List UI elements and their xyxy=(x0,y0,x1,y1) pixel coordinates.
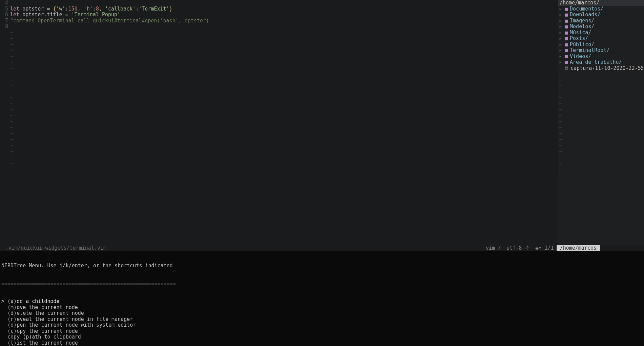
empty-line-tilde: ~ xyxy=(10,107,558,113)
tree-file[interactable]: ⧉captura-11-10-2020-22-55-3 xyxy=(559,65,643,72)
folder-name: TerminalRoot/ xyxy=(570,47,609,53)
empty-line-tilde: ~ xyxy=(558,95,644,101)
empty-line-tilde: ~ xyxy=(10,137,558,143)
folder-name: Imagens/ xyxy=(570,18,594,24)
chevron-right-icon: ▸ xyxy=(559,42,562,47)
chevron-right-icon: ▸ xyxy=(559,18,562,24)
empty-line-tilde: ~ xyxy=(10,83,558,89)
empty-line-tilde: ~ xyxy=(558,77,644,83)
menu-item[interactable]: (m)ove the current node xyxy=(1,305,643,311)
menu-item[interactable]: (o)pen the current node with system edit… xyxy=(1,322,643,328)
file-icon: ⧉ xyxy=(565,65,568,71)
tree-folder[interactable]: ▸■Modelos/ xyxy=(559,24,643,30)
editor-pane[interactable]: 45678 let optster = {'w':150, 'h':8, 'ca… xyxy=(0,0,558,245)
nerdtree-sidebar[interactable]: /home/marcos/ ▸■Documentos/▸■Downloads/▸… xyxy=(558,0,644,245)
empty-line-tilde: ~ xyxy=(10,149,558,155)
filetype-icon: ⚡ xyxy=(498,245,501,251)
folder-icon: ■ xyxy=(565,47,568,53)
empty-line-tilde: ~ xyxy=(10,113,558,119)
empty-line-tilde: ~ xyxy=(10,125,558,131)
status-filepath: .vim/quickui-widgets/terminal.vim xyxy=(3,245,109,251)
folder-icon: ■ xyxy=(565,54,568,59)
empty-line-tilde: ~ xyxy=(558,113,644,119)
empty-line-tilde: ~ xyxy=(558,83,644,89)
nerdtree-menu-title: NERDTree Menu. Use j/k/enter, or the sho… xyxy=(1,263,643,269)
folder-name: Posts/ xyxy=(570,36,588,41)
tree-folder[interactable]: ▸■Imagens/ xyxy=(559,18,643,24)
empty-line-tilde: ~ xyxy=(558,142,644,149)
chevron-right-icon: ▸ xyxy=(559,54,562,59)
chevron-right-icon: ▸ xyxy=(559,24,562,30)
code-area[interactable]: let optster = {'w':150, 'h':8, 'callback… xyxy=(9,0,558,245)
status-nerdtree-path: /home/marcos xyxy=(557,245,600,251)
empty-line-tilde: ~ xyxy=(558,160,644,167)
empty-line-tilde: ~ xyxy=(558,149,644,155)
tree-folder[interactable]: ▸■TerminalRoot/ xyxy=(559,47,643,54)
line-number: 8 xyxy=(0,24,8,30)
folder-name: Documentos/ xyxy=(570,6,603,12)
empty-line-tilde: ~ xyxy=(558,89,644,95)
chevron-right-icon: ▸ xyxy=(559,47,562,53)
command-pane[interactable]: NERDTree Menu. Use j/k/enter, or the sho… xyxy=(0,251,644,346)
folder-icon: ■ xyxy=(565,18,568,24)
menu-item[interactable]: (r)eveal the current node in file manage… xyxy=(1,316,643,323)
empty-line-tilde: ~ xyxy=(558,166,644,172)
position-icon: ◉↕ xyxy=(535,245,541,251)
folder-icon: ■ xyxy=(565,30,568,36)
folder-name: Público/ xyxy=(570,42,594,47)
tree-folder[interactable]: ▸■Downloads/ xyxy=(559,12,643,18)
line-number: 5 xyxy=(0,6,8,12)
folder-icon: ■ xyxy=(565,12,568,18)
folder-icon: ■ xyxy=(565,24,568,30)
file-name: captura-11-10-2020-22-55-3 xyxy=(570,65,643,71)
folder-icon: ■ xyxy=(565,59,568,65)
line-number: 4 xyxy=(0,0,8,6)
status-encoding: utf-8 ⏃ xyxy=(504,245,533,251)
encoding-icon: ⏃ xyxy=(525,245,530,251)
status-filetype: vim ⚡ xyxy=(483,245,504,251)
menu-item[interactable]: (d)elete the current node xyxy=(1,310,643,316)
tree-folder[interactable]: ▸■Vídeos/ xyxy=(559,54,643,60)
code-line[interactable] xyxy=(10,0,558,6)
chevron-right-icon: ▸ xyxy=(559,59,562,65)
empty-line-tilde: ~ xyxy=(10,77,558,83)
chevron-right-icon: ▸ xyxy=(559,12,562,18)
status-position: ◉↕ 1/1 xyxy=(533,245,556,251)
folder-name: Modelos/ xyxy=(570,24,594,30)
folder-name: Música/ xyxy=(570,30,591,36)
empty-line-tilde: ~ xyxy=(10,30,558,36)
code-line[interactable] xyxy=(10,24,558,30)
tree-folder[interactable]: ▸■Área de trabalho/ xyxy=(559,59,643,65)
chevron-right-icon: ▸ xyxy=(559,30,562,36)
empty-line-tilde: ~ xyxy=(10,54,558,60)
empty-line-tilde: ~ xyxy=(558,71,644,77)
empty-line-tilde: ~ xyxy=(10,142,558,149)
line-number-gutter: 45678 xyxy=(0,0,9,245)
folder-name: Área de trabalho/ xyxy=(570,59,622,65)
empty-line-tilde: ~ xyxy=(10,166,558,172)
tree-folder[interactable]: ▸■Público/ xyxy=(559,42,643,48)
folder-icon: ■ xyxy=(565,6,568,12)
tree-folder[interactable]: ▸■Música/ xyxy=(559,30,643,36)
empty-line-tilde: ~ xyxy=(10,71,558,77)
empty-line-tilde: ~ xyxy=(10,59,558,65)
spacer xyxy=(559,65,562,71)
code-line[interactable]: "command OpenTerminal call quickui#termi… xyxy=(10,18,558,24)
chevron-right-icon: ▸ xyxy=(559,6,562,12)
line-number: 6 xyxy=(0,12,8,18)
menu-item[interactable]: > (a)dd a childnode xyxy=(1,299,643,305)
code-line[interactable]: let optster.title = 'Terminal Popup' xyxy=(10,12,558,18)
menu-item[interactable]: copy (p)ath to clipboard xyxy=(1,334,643,340)
empty-line-tilde: ~ xyxy=(10,154,558,160)
rule: ========================================… xyxy=(1,281,643,287)
tree-folder[interactable]: ▸■Documentos/ xyxy=(559,6,643,12)
sidebar-root-path[interactable]: /home/marcos/ xyxy=(558,0,644,6)
code-line[interactable]: let optster = {'w':150, 'h':8, 'callback… xyxy=(10,6,558,12)
empty-line-tilde: ~ xyxy=(558,131,644,137)
menu-item[interactable]: (l)ist the current node xyxy=(1,340,643,346)
tree-folder[interactable]: ▸■Posts/ xyxy=(559,36,643,42)
empty-line-tilde: ~ xyxy=(558,107,644,113)
menu-item[interactable]: (c)opy the current node xyxy=(1,328,643,334)
status-bar: .vim/quickui-widgets/terminal.vim vim ⚡ … xyxy=(0,245,644,251)
folder-icon: ■ xyxy=(565,36,568,41)
